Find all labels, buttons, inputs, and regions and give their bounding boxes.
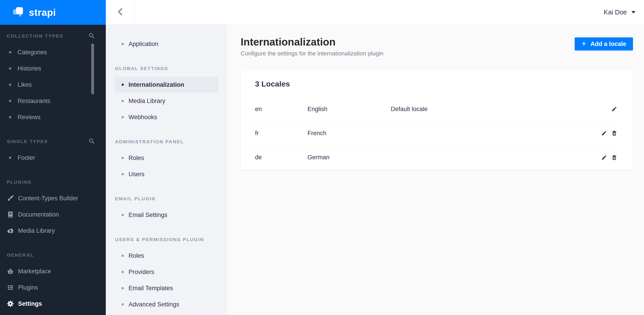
sidebar-item-settings[interactable]: Settings bbox=[0, 296, 106, 312]
sidebar-item-likes[interactable]: Likes bbox=[0, 77, 106, 93]
settings-item-providers[interactable]: Providers bbox=[115, 264, 218, 280]
locale-note: Default locale bbox=[391, 106, 611, 113]
page-subtitle: Configure the settings for the internati… bbox=[241, 50, 644, 57]
sidebar-item-documentation[interactable]: Documentation bbox=[0, 206, 106, 223]
settings-group-application: Application bbox=[106, 36, 227, 52]
locales-count-title: 3 Locales bbox=[255, 80, 290, 88]
user-menu[interactable]: Kai Doe bbox=[604, 0, 644, 24]
bullet-icon bbox=[122, 173, 124, 175]
strapi-logo-icon bbox=[13, 7, 24, 18]
sidebar-item-content-types-builder[interactable]: Content-Types Builder bbox=[0, 190, 106, 206]
settings-item-internationalization[interactable]: Internationalization bbox=[115, 77, 218, 93]
sidebar-item-marketplace[interactable]: Marketplace bbox=[0, 263, 106, 279]
delete-locale-button[interactable] bbox=[611, 155, 617, 160]
single-types-label: SINGLE TYPES bbox=[7, 139, 48, 144]
settings-item-up-roles[interactable]: Roles bbox=[115, 248, 218, 264]
settings-item-webhooks[interactable]: Webhooks bbox=[115, 109, 218, 125]
collection-types-label: COLLECTION TYPES bbox=[7, 33, 63, 39]
trash-icon bbox=[611, 130, 617, 136]
delete-locale-button[interactable] bbox=[611, 130, 617, 136]
locale-row-fr: fr French bbox=[247, 121, 619, 145]
bullet-icon bbox=[122, 84, 124, 86]
bullet-icon bbox=[9, 116, 11, 118]
bullet-icon bbox=[9, 84, 11, 86]
main-sidebar: COLLECTION TYPES Categories Histories Li… bbox=[0, 25, 106, 315]
bullet-icon bbox=[122, 43, 124, 45]
bullet-icon bbox=[9, 157, 11, 159]
settings-group-users-permissions: USERS & PERMISSIONS PLUGIN Roles Provide… bbox=[106, 231, 227, 312]
bullet-icon bbox=[9, 67, 11, 70]
list-icon bbox=[7, 284, 14, 291]
search-icon[interactable] bbox=[89, 33, 94, 40]
caret-down-icon bbox=[632, 11, 636, 14]
locale-row-de: de German bbox=[247, 145, 619, 169]
settings-group-administration-panel: ADMINISTRATION PANEL Roles Users bbox=[106, 134, 227, 182]
settings-sidebar: Application GLOBAL SETTINGS Internationa… bbox=[106, 25, 227, 315]
paint-brush-icon bbox=[7, 195, 14, 202]
users-permissions-header: USERS & PERMISSIONS PLUGIN bbox=[115, 237, 204, 242]
topbar: strapi Kai Doe bbox=[0, 0, 644, 25]
sidebar-item-footer[interactable]: Footer bbox=[0, 150, 106, 166]
bullet-icon bbox=[122, 287, 124, 289]
book-icon bbox=[7, 211, 14, 218]
edit-locale-button[interactable] bbox=[601, 130, 607, 136]
email-plugin-header: EMAIL PLUGIN bbox=[115, 196, 156, 201]
locale-name: German bbox=[308, 154, 391, 161]
locales-card: 3 Locales en English Default locale fr F… bbox=[241, 71, 633, 169]
search-icon[interactable] bbox=[89, 138, 94, 145]
sidebar-item-reviews[interactable]: Reviews bbox=[0, 109, 106, 125]
locale-code: fr bbox=[255, 130, 308, 137]
bullet-icon bbox=[122, 157, 124, 159]
bullet-icon bbox=[9, 51, 11, 53]
settings-group-global-settings: GLOBAL SETTINGS Internationalization Med… bbox=[106, 60, 227, 125]
user-name: Kai Doe bbox=[604, 9, 627, 16]
bullet-icon bbox=[9, 100, 11, 102]
bullet-icon bbox=[122, 303, 124, 305]
bullet-icon bbox=[122, 214, 124, 216]
edit-locale-button[interactable] bbox=[611, 106, 617, 112]
pencil-icon bbox=[611, 106, 617, 112]
main-content: Internationalization Configure the setti… bbox=[227, 25, 644, 315]
locale-code: de bbox=[255, 154, 308, 161]
settings-group-email-plugin: EMAIL PLUGIN Email Settings bbox=[106, 191, 227, 223]
sidebar-item-categories[interactable]: Categories bbox=[0, 44, 106, 60]
settings-item-admin-roles[interactable]: Roles bbox=[115, 150, 218, 166]
sidebar-scrollbar[interactable] bbox=[91, 44, 94, 94]
section-general: GENERAL Marketplace Plugins bbox=[0, 247, 106, 312]
plus-icon: + bbox=[582, 39, 586, 48]
sidebar-item-histories[interactable]: Histories bbox=[0, 60, 106, 77]
global-settings-header: GLOBAL SETTINGS bbox=[115, 66, 168, 71]
settings-item-email-templates[interactable]: Email Templates bbox=[115, 280, 218, 296]
back-button[interactable] bbox=[106, 0, 135, 24]
bullet-icon bbox=[122, 116, 124, 118]
bullet-icon bbox=[122, 271, 124, 273]
settings-item-email-settings[interactable]: Email Settings bbox=[115, 207, 218, 223]
section-collection-types: COLLECTION TYPES Categories Histories Li… bbox=[0, 28, 106, 125]
section-plugins: PLUGINS Content-Types Builder Documentat… bbox=[0, 174, 106, 239]
strapi-logo: strapi bbox=[0, 0, 106, 25]
edit-locale-button[interactable] bbox=[601, 155, 607, 160]
locale-name: English bbox=[308, 106, 391, 113]
trash-icon bbox=[611, 155, 617, 160]
general-label: GENERAL bbox=[7, 252, 34, 258]
bullet-icon bbox=[122, 255, 124, 257]
sidebar-item-media-library[interactable]: Media Library bbox=[0, 223, 106, 239]
plugins-label: PLUGINS bbox=[7, 179, 32, 185]
bullet-icon bbox=[122, 100, 124, 102]
sidebar-item-plugins[interactable]: Plugins bbox=[0, 279, 106, 296]
settings-item-application[interactable]: Application bbox=[115, 36, 218, 52]
gear-icon bbox=[7, 300, 14, 307]
logo-text: strapi bbox=[29, 7, 56, 18]
pencil-icon bbox=[601, 155, 607, 160]
basket-icon bbox=[7, 268, 14, 275]
chevron-left-icon bbox=[117, 8, 124, 17]
settings-item-media-library[interactable]: Media Library bbox=[115, 93, 218, 109]
settings-item-admin-users[interactable]: Users bbox=[115, 166, 218, 182]
add-locale-button[interactable]: + Add a locale bbox=[575, 37, 633, 51]
locale-code: en bbox=[255, 106, 308, 113]
settings-item-advanced-settings[interactable]: Advanced Settings bbox=[115, 296, 218, 312]
locale-name: French bbox=[308, 130, 391, 137]
administration-panel-header: ADMINISTRATION PANEL bbox=[115, 139, 184, 144]
pencil-icon bbox=[601, 130, 607, 136]
sidebar-item-restaurants[interactable]: Restaurants bbox=[0, 93, 106, 109]
